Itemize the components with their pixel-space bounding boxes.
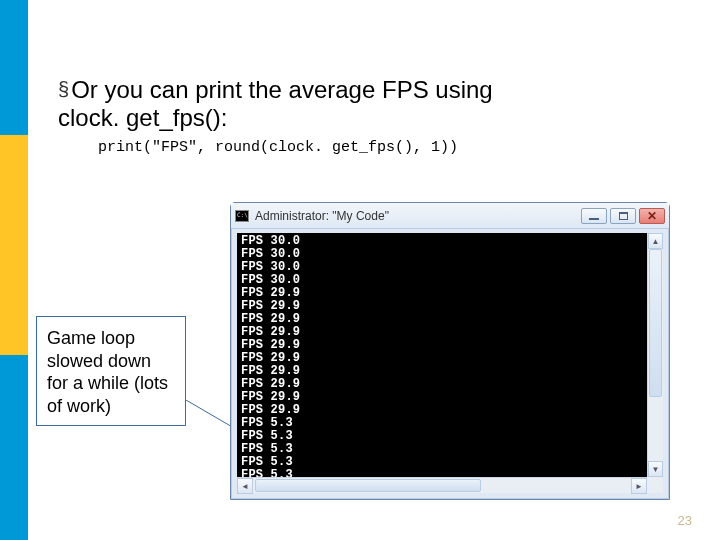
bullet-line2: clock. get_fps(): (58, 104, 227, 131)
close-icon: ✕ (647, 210, 657, 222)
resize-grip[interactable] (647, 477, 663, 493)
callout-box: Game loop slowed down for a while (lots … (36, 316, 186, 426)
page-number: 23 (678, 513, 692, 528)
bullet-text: §Or you can print the average FPS using … (58, 76, 698, 131)
callout-text: Game loop slowed down for a while (lots … (47, 328, 168, 416)
console-output: FPS 30.0 FPS 30.0 FPS 30.0 FPS 30.0 FPS … (237, 233, 663, 493)
sidebar-accent-yellow (0, 135, 28, 355)
minimize-button[interactable] (581, 208, 607, 224)
cmd-icon (235, 210, 249, 222)
slide-content: §Or you can print the average FPS using … (58, 76, 698, 156)
window-buttons: ✕ (581, 208, 665, 224)
hscroll-thumb[interactable] (255, 479, 481, 492)
horizontal-scrollbar[interactable]: ◄ ► (237, 477, 647, 493)
window-title: Administrator: "My Code" (255, 209, 575, 223)
scroll-left-button[interactable]: ◄ (237, 478, 253, 494)
bullet-line1: Or you can print the average FPS using (71, 76, 493, 103)
code-snippet: print("FPS", round(clock. get_fps(), 1)) (98, 139, 698, 156)
vertical-scrollbar[interactable]: ▲ ▼ (647, 233, 663, 477)
minimize-icon (589, 218, 599, 220)
scroll-track[interactable] (648, 249, 663, 461)
scroll-right-button[interactable]: ► (631, 478, 647, 494)
scroll-up-button[interactable]: ▲ (648, 233, 663, 249)
bullet-marker: § (58, 78, 69, 100)
maximize-icon (619, 212, 628, 220)
console-body: FPS 30.0 FPS 30.0 FPS 30.0 FPS 30.0 FPS … (237, 233, 663, 493)
callout-connector (186, 400, 236, 430)
scroll-thumb[interactable] (649, 249, 662, 397)
window-titlebar[interactable]: Administrator: "My Code" ✕ (231, 203, 669, 229)
maximize-button[interactable] (610, 208, 636, 224)
scroll-down-button[interactable]: ▼ (648, 461, 663, 477)
console-window: Administrator: "My Code" ✕ FPS 30.0 FPS … (230, 202, 670, 500)
svg-line-0 (186, 400, 234, 428)
close-button[interactable]: ✕ (639, 208, 665, 224)
